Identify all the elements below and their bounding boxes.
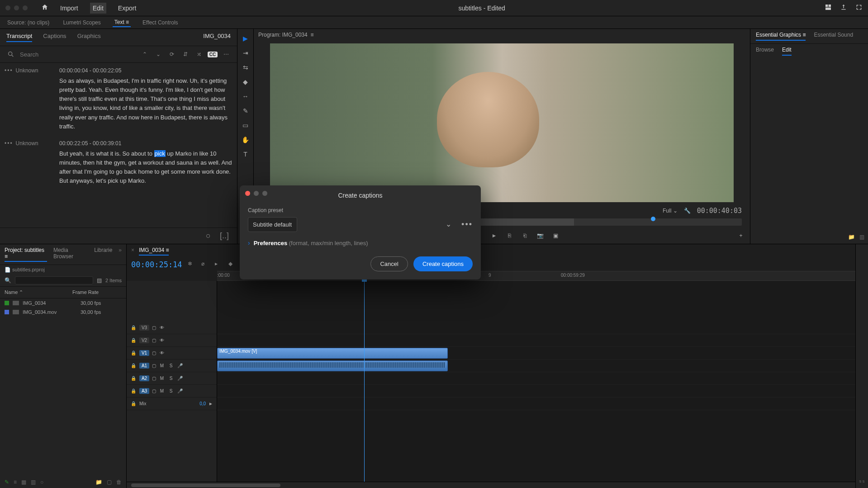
share-icon[interactable] [840,4,847,12]
insert-icon[interactable]: ⎘ [505,231,514,240]
eg-folder-icon[interactable]: 📁 [848,234,855,240]
project-search-input[interactable] [15,276,93,284]
timeline-timecode[interactable]: 00:00:25:14 [131,260,182,269]
video-track-header[interactable]: 🔒V1▢👁 [127,347,217,360]
preferences-disclosure[interactable]: › Preferences (format, max/min length, l… [248,239,473,246]
project-icon-view-icon[interactable]: ▦ [21,479,26,485]
project-new-bin-icon[interactable]: 📁 [95,479,102,485]
merge-icon[interactable]: ⇵ [181,50,190,59]
col-framerate-header[interactable]: Frame Rate [72,289,99,295]
dialog-close-icon[interactable] [245,191,250,196]
segment-text[interactable]: But yeah, it is what it is. So about to … [59,149,232,186]
project-overflow-icon[interactable]: » [119,247,122,262]
text-tab[interactable]: Text ≡ [113,18,131,27]
project-view-icon[interactable]: ▤ [97,277,102,284]
eg-new-icon[interactable]: ▥ [859,234,864,240]
export-menu[interactable]: Export [115,3,139,14]
program-monitor[interactable] [270,43,734,202]
refresh-icon[interactable]: ⟳ [167,50,176,59]
project-pen-icon[interactable]: ✎ [5,479,9,485]
timeline-sequence-tab[interactable]: IMG_0034 ≡ [139,247,169,256]
timeline-content[interactable]: IMG_0034.mov [V] [217,281,855,482]
prev-match-icon[interactable]: ⌃ [140,50,149,59]
media-browser-tab[interactable]: Media Browser [53,247,88,262]
segment-text[interactable]: So as always, in Budapest, I'm in traffi… [59,76,232,131]
next-match-icon[interactable]: ⌄ [154,50,163,59]
step-fwd-icon[interactable]: ► [490,231,499,240]
linked-selection-icon[interactable]: ⌀ [201,261,209,269]
transcript-tab[interactable]: Transcript [6,33,32,42]
split-icon[interactable]: ⤮ [194,50,204,59]
type-tool-icon[interactable]: T [241,149,251,159]
audio-clip[interactable] [217,360,448,371]
edit-menu[interactable]: Edit [90,3,106,14]
transcript-more-icon[interactable]: ⋯ [222,50,231,59]
pen-tool-icon[interactable]: ✎ [241,106,251,116]
project-list-icon[interactable]: ≡ [14,479,17,485]
fullscreen-icon[interactable] [855,4,863,12]
snap-icon[interactable]: ❄ [188,261,196,269]
audio-track-header[interactable]: 🔒A2▢MS🎤 [127,372,217,385]
cancel-button[interactable]: Cancel [370,256,408,271]
create-captions-icon[interactable]: CC [208,50,217,59]
razor-tool-icon[interactable]: ◆ [241,77,251,87]
source-tab[interactable]: Source: (no clips) [5,19,51,27]
transcript-segment[interactable]: •••Unknown 00:00:22:05 - 00:00:39:01 But… [5,140,232,186]
project-new-item-icon[interactable]: ▢ [107,479,112,485]
preset-more-icon[interactable]: ••• [461,220,473,229]
workspace-icon[interactable] [825,4,832,12]
create-captions-button[interactable]: Create captions [413,256,473,271]
track-select-tool-icon[interactable]: ⇥ [241,48,251,58]
audio-meter: s s [855,244,868,488]
graphics-tab[interactable]: Graphics [77,33,101,42]
selection-tool-icon[interactable]: ▶ [241,33,251,43]
project-zoom-icon[interactable]: ○ [40,479,43,485]
home-icon[interactable] [41,4,48,12]
marker-icon[interactable]: ○ [206,231,211,241]
project-item[interactable]: IMG_0034.mov 30,00 fps [0,308,126,317]
audio-track-header[interactable]: 🔒A3▢MS🎤 [127,385,217,398]
slip-tool-icon[interactable]: ↔ [241,91,251,101]
video-track-header[interactable]: 🔒V2▢👁 [127,334,217,347]
import-menu[interactable]: Import [57,3,81,14]
captions-tab[interactable]: Captions [43,33,66,42]
mix-track-header[interactable]: 🔒Mix0,0► [127,398,217,410]
overwrite-icon[interactable]: ⎗ [521,231,530,240]
col-name-header[interactable]: Name ⌃ [5,289,72,295]
timeline-zoom-scrollbar[interactable] [127,482,855,488]
window-controls[interactable] [5,5,28,10]
project-freeform-icon[interactable]: ▥ [31,479,36,485]
hand-tool-icon[interactable]: ✋ [241,135,251,145]
timeline-marker-icon[interactable]: ◆ [228,261,237,269]
bracket-icon[interactable]: [..] [220,231,229,241]
quality-dropdown[interactable]: Full ⌄ [663,208,678,214]
essential-sound-tab[interactable]: Essential Sound [814,32,853,41]
ripple-tool-icon[interactable]: ⇆ [241,62,251,72]
libraries-tab[interactable]: Librarie [94,247,112,262]
search-icon[interactable] [6,50,15,59]
essential-graphics-tab[interactable]: Essential Graphics ≡ [756,32,806,41]
eg-browse-tab[interactable]: Browse [756,47,774,56]
video-track-header[interactable]: 🔒V3▢👁 [127,322,217,334]
transcript-search-input[interactable] [20,51,136,58]
export-frame-icon[interactable]: 📷 [536,231,545,240]
caption-preset-select[interactable]: Subtitle default [248,217,297,232]
rectangle-tool-icon[interactable]: ▭ [241,120,251,130]
comparison-icon[interactable]: ▣ [551,231,560,240]
marker-add-icon[interactable]: ▸ [215,261,223,269]
add-button-icon[interactable]: + [736,231,745,240]
project-delete-icon[interactable]: 🗑 [116,479,122,485]
transcript-segment[interactable]: •••Unknown 00:00:00:04 - 00:00:22:05 So … [5,67,232,131]
segment-menu-icon[interactable]: ••• [5,67,13,74]
video-clip[interactable]: IMG_0034.mov [V] [217,348,448,359]
segment-menu-icon[interactable]: ••• [5,140,13,147]
eg-edit-tab[interactable]: Edit [782,47,792,56]
project-item[interactable]: IMG_0034 30,00 fps [0,298,126,308]
settings-icon[interactable]: 🔧 [684,208,691,214]
playhead[interactable] [364,281,365,482]
project-search-icon[interactable]: 🔍 [5,277,11,284]
audio-track-header[interactable]: 🔒A1▢MS🎤 [127,360,217,372]
project-panel-tab[interactable]: Project: subtitles ≡ [5,247,47,262]
effect-controls-tab[interactable]: Effect Controls [141,19,180,27]
lumetri-tab[interactable]: Lumetri Scopes [61,19,102,27]
